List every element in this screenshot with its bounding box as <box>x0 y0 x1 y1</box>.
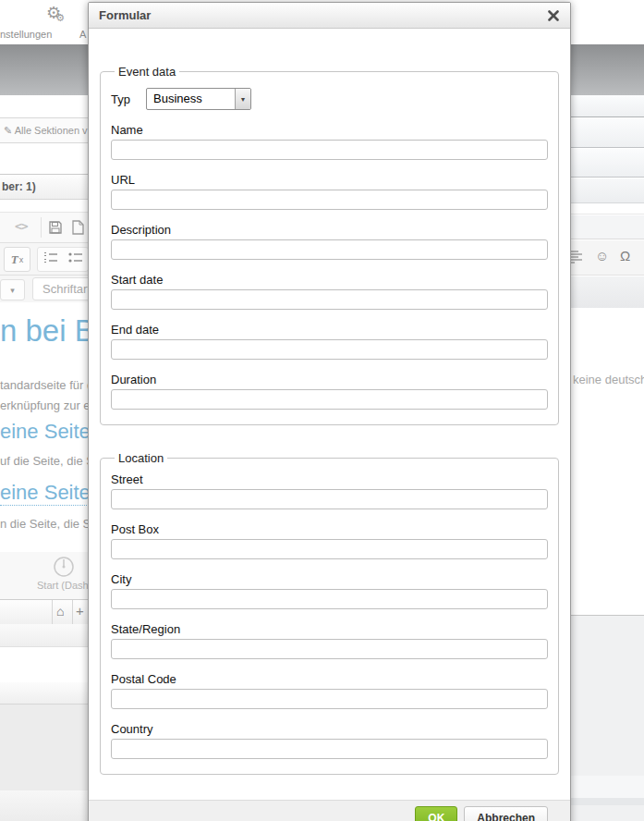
font-family-dropdown[interactable]: Schriftart <box>32 277 88 300</box>
duration-input[interactable] <box>111 389 548 410</box>
location-legend: Location <box>115 451 167 465</box>
background-band <box>0 682 88 705</box>
omega-icon[interactable]: Ω <box>620 248 630 263</box>
editor-toolbar-row-1: <> <box>0 212 88 242</box>
list-button-group <box>37 247 88 272</box>
nav-item-settings[interactable]: nstellungen <box>0 29 52 40</box>
source-code-icon[interactable]: <> <box>15 219 28 233</box>
sections-bar[interactable]: ✎ Alle Sektionen v <box>0 117 88 143</box>
sections-bar-label: Alle Sektionen v <box>15 125 88 136</box>
dialog-titlebar[interactable]: Formular <box>89 3 570 29</box>
editor-paragraph-line: erknüpfung zur e <box>0 398 88 412</box>
cell-divider <box>72 600 73 625</box>
start-date-input[interactable] <box>111 289 548 310</box>
location-fieldset: Location Street Post Box City State/Regi… <box>100 451 559 775</box>
editor-content-left: n bei Bl tandardseite für d erknüpfung z… <box>0 302 88 552</box>
field-label-city: City <box>111 572 548 586</box>
select-arrow-icon[interactable]: ▼ <box>235 89 250 109</box>
cell-divider <box>52 600 53 625</box>
save-icon[interactable] <box>46 218 65 237</box>
field-label-state-region: State/Region <box>111 622 548 636</box>
field-label-name: Name <box>111 123 548 137</box>
numbered-list-icon[interactable] <box>43 251 58 268</box>
pencil-icon: ✎ <box>4 125 12 136</box>
end-date-input[interactable] <box>111 339 548 360</box>
formular-dialog: Formular Event data Typ Business ▼ Name … <box>88 2 571 821</box>
editor-toolbar-row-2: Tx <box>0 242 88 276</box>
field-label-postal-code: Postal Code <box>111 672 548 686</box>
right-panel-row <box>571 118 644 148</box>
nav-item-second[interactable]: A <box>79 29 86 40</box>
right-panel-row <box>571 215 644 239</box>
close-icon[interactable] <box>547 9 560 22</box>
dashboard-gauge-icon[interactable] <box>52 555 76 582</box>
type-select[interactable]: Business ▼ <box>146 88 251 110</box>
background-band <box>0 790 88 821</box>
field-label-start-date: Start date <box>111 273 548 287</box>
bullet-list-icon[interactable] <box>68 251 83 268</box>
background-band <box>571 776 644 798</box>
background-band <box>0 624 88 647</box>
name-input[interactable] <box>111 140 548 160</box>
city-input[interactable] <box>111 589 548 609</box>
editor-paragraph-line: n die Seite, die S <box>0 517 88 531</box>
description-input[interactable] <box>111 239 548 260</box>
field-label-street: Street <box>111 472 548 486</box>
state-region-input[interactable] <box>111 639 548 659</box>
toolbar-divider <box>41 217 42 238</box>
field-label-post-box: Post Box <box>111 522 548 536</box>
type-row: Typ Business ▼ <box>111 88 548 110</box>
background-left-column: ✎ Alle Sektionen v ber: 1) <> Tx ▾ Schri… <box>0 95 88 821</box>
right-panel-row <box>571 149 644 178</box>
field-label-country: Country <box>111 722 548 736</box>
right-panel-row <box>571 204 644 214</box>
country-input[interactable] <box>111 739 548 759</box>
url-input[interactable] <box>111 190 548 210</box>
event-data-legend: Event data <box>115 65 179 79</box>
chevron-down-icon: ▾ <box>10 286 15 295</box>
background-band <box>0 647 88 682</box>
field-label-duration: Duration <box>111 373 548 386</box>
new-document-icon[interactable] <box>68 218 87 237</box>
settings-gear-icon[interactable]: ⚙⚙ <box>46 3 70 23</box>
number-row: ber: 1) <box>0 174 88 200</box>
background-right-column: ☺ Ω keine deutsch <box>571 95 644 821</box>
editor-toolbar-row-2-right: ☺ Ω <box>571 240 644 276</box>
editor-text-fragment: keine deutsch <box>573 373 644 386</box>
ok-button[interactable]: OK <box>415 806 457 821</box>
street-input[interactable] <box>111 489 548 509</box>
start-dashboard-label[interactable]: Start (Dash <box>37 580 88 591</box>
right-bottom-panel <box>571 615 644 821</box>
paragraph-lines-icon[interactable] <box>571 250 582 268</box>
dialog-title: Formular <box>99 8 547 22</box>
remove-format-icon[interactable]: Tx <box>4 247 30 272</box>
type-select-value: Business <box>147 89 235 109</box>
quick-icons-row: ⌂ + <box>0 599 88 624</box>
field-label-url: URL <box>111 173 548 187</box>
style-dropdown[interactable]: ▾ <box>0 279 25 300</box>
editor-heading-1: n bei Bl <box>0 313 88 349</box>
editor-content-right: keine deutsch <box>571 308 644 615</box>
postal-code-input[interactable] <box>111 689 548 709</box>
type-label: Typ <box>111 92 146 106</box>
editor-toolbar-row-3: ▾ Schriftart <box>0 276 88 303</box>
field-label-description: Description <box>111 223 548 237</box>
right-panel-row <box>571 95 644 117</box>
background-band <box>0 705 88 790</box>
dialog-footer: OK Abbrechen <box>89 800 570 821</box>
smiley-icon[interactable]: ☺ <box>595 248 609 263</box>
bottom-panel: Start (Dash <box>0 552 88 599</box>
event-data-fieldset: Event data Typ Business ▼ Name URL Descr… <box>100 65 559 425</box>
editor-paragraph-line: tandardseite für d <box>0 378 88 392</box>
right-panel-row <box>571 276 644 308</box>
editor-heading-link[interactable]: eine Seite? <box>0 481 88 506</box>
dialog-body: Event data Typ Business ▼ Name URL Descr… <box>89 30 570 821</box>
field-label-end-date: End date <box>111 323 548 337</box>
editor-heading-2: eine Seite <box>0 420 88 444</box>
right-panel-row <box>571 178 644 203</box>
background-band <box>571 798 644 805</box>
cancel-button[interactable]: Abbrechen <box>464 806 548 821</box>
post-box-input[interactable] <box>111 539 548 559</box>
add-icon[interactable]: + <box>76 603 84 619</box>
home-icon[interactable]: ⌂ <box>56 604 64 619</box>
